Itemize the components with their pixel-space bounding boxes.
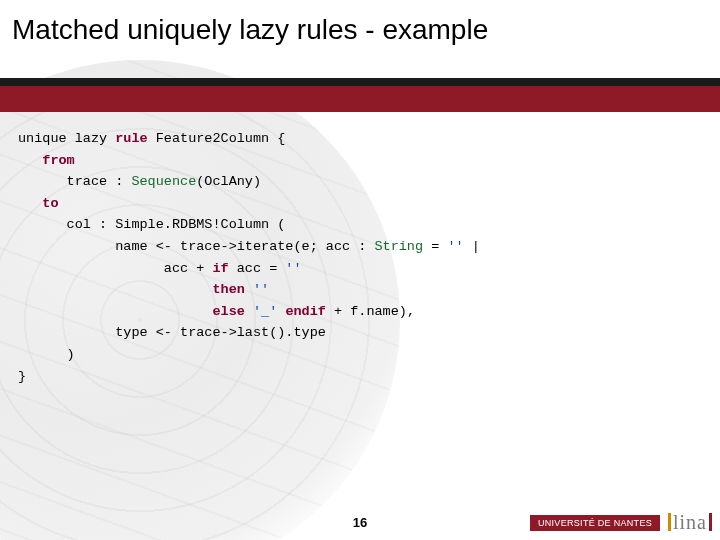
keyword-rule: rule bbox=[115, 131, 147, 146]
keyword-if: if bbox=[212, 261, 228, 276]
code-text: (OclAny) bbox=[196, 174, 261, 189]
keyword-to: to bbox=[42, 196, 58, 211]
keyword-else: else bbox=[212, 304, 244, 319]
code-text bbox=[18, 282, 212, 297]
code-text: Feature2Column { bbox=[148, 131, 286, 146]
code-block: unique lazy rule Feature2Column { from t… bbox=[18, 128, 702, 387]
type-string: String bbox=[374, 239, 423, 254]
keyword-from: from bbox=[42, 153, 74, 168]
logo-bar-icon bbox=[668, 513, 671, 531]
code-text bbox=[245, 282, 253, 297]
code-text bbox=[18, 304, 212, 319]
code-text: ) bbox=[18, 347, 75, 362]
string-literal: '' bbox=[447, 239, 463, 254]
string-literal: '' bbox=[285, 261, 301, 276]
code-text: name <- trace->iterate(e; acc : bbox=[18, 239, 374, 254]
university-badge: UNIVERSITÉ DE NANTES bbox=[530, 515, 660, 531]
code-text bbox=[18, 196, 42, 211]
code-text: } bbox=[18, 369, 26, 384]
code-text: type <- trace->last().type bbox=[18, 325, 326, 340]
type-sequence: Sequence bbox=[131, 174, 196, 189]
lab-name: lina bbox=[673, 511, 707, 533]
lab-logo: lina bbox=[668, 511, 712, 534]
code-text bbox=[18, 153, 42, 168]
code-text: acc = bbox=[229, 261, 286, 276]
slide-title: Matched uniquely lazy rules - example bbox=[12, 14, 488, 46]
string-literal: '_' bbox=[253, 304, 277, 319]
code-text: unique lazy bbox=[18, 131, 115, 146]
code-text: + f.name), bbox=[326, 304, 415, 319]
code-text: | bbox=[464, 239, 480, 254]
code-text: col : Simple.RDBMS!Column ( bbox=[18, 217, 285, 232]
keyword-endif: endif bbox=[285, 304, 326, 319]
code-text: acc + bbox=[18, 261, 212, 276]
footer-right: UNIVERSITÉ DE NANTES lina bbox=[530, 511, 712, 534]
code-text bbox=[245, 304, 253, 319]
code-text: trace : bbox=[18, 174, 131, 189]
title-bar-red bbox=[0, 86, 720, 112]
logo-bar-icon bbox=[709, 513, 712, 531]
code-text: = bbox=[423, 239, 447, 254]
string-literal: '' bbox=[253, 282, 269, 297]
keyword-then: then bbox=[212, 282, 244, 297]
